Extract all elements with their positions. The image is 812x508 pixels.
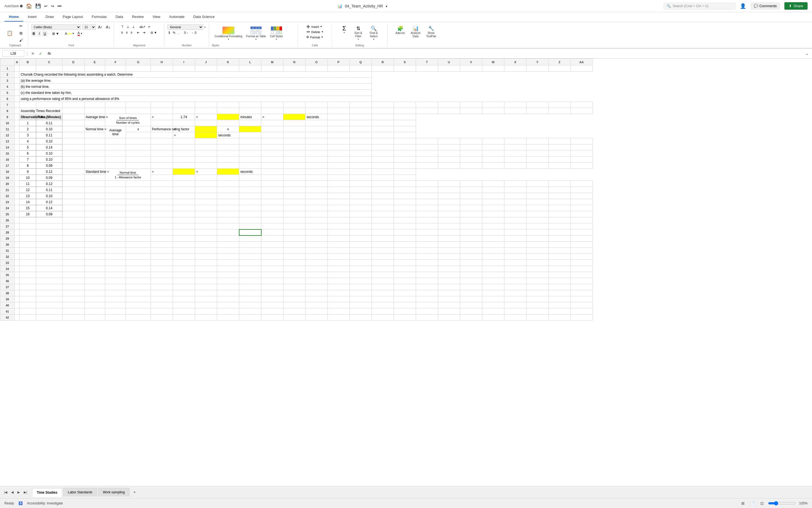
accounting-button[interactable]: $	[167, 31, 171, 35]
average-time-fraction[interactable]: Sum of timesNumber of cycles	[105, 114, 151, 126]
next-sheet-button[interactable]: ▶	[16, 489, 22, 495]
col-header-g[interactable]: G	[126, 59, 151, 66]
selected-cell-l28[interactable]	[239, 229, 261, 236]
formula-cancel-button[interactable]: ✕	[30, 51, 36, 56]
increase-font-button[interactable]: A↑	[97, 24, 104, 30]
col-header-e[interactable]: E	[84, 59, 105, 66]
col-header-i[interactable]: I	[173, 59, 195, 66]
format-arrow[interactable]: ▼	[321, 36, 323, 38]
decrease-decimal-button[interactable]: ←.0	[190, 31, 198, 35]
page-layout-view-button[interactable]: 📄	[749, 501, 756, 506]
share-button[interactable]: ⬆ Share	[784, 2, 808, 10]
more-options-icon[interactable]: •••	[57, 4, 62, 8]
borders-button[interactable]: ⊞ ▼	[51, 31, 60, 36]
number-format-select[interactable]: General	[167, 24, 203, 30]
search-bar[interactable]: 🔍 Search (Cmd + Ctrl + U)	[664, 3, 735, 9]
formula-function-button[interactable]: fx	[46, 51, 53, 55]
addins-button[interactable]: 🧩 Add-ins	[393, 24, 407, 36]
formula-confirm-button[interactable]: ✓	[38, 51, 43, 56]
align-left-button[interactable]: ≡	[120, 30, 124, 35]
col-header-z[interactable]: Z	[549, 59, 571, 66]
cf-dropdown-arrow[interactable]: ▼	[227, 38, 230, 41]
showtoolpak-button[interactable]: 🔧 ShowToolPak	[424, 24, 438, 39]
page-break-view-button[interactable]: ⊡	[759, 501, 765, 506]
dropdown-arrow-icon[interactable]: ▼	[385, 5, 388, 8]
col-header-o[interactable]: O	[306, 59, 328, 66]
delete-arrow[interactable]: ▼	[321, 31, 323, 33]
col-header-d[interactable]: D	[63, 59, 84, 66]
zoom-level[interactable]: 105%	[799, 501, 808, 505]
autosum-button[interactable]: Σ ▼	[338, 24, 350, 35]
number-dropdown-arrow[interactable]: ▼	[204, 26, 206, 29]
cell-reference-box[interactable]	[2, 50, 24, 57]
fat-dropdown-arrow[interactable]: ▼	[255, 38, 257, 41]
sheet-tab-labor-standards[interactable]: Labor Standards	[63, 488, 97, 496]
formula-input[interactable]	[55, 50, 802, 56]
col-header-w[interactable]: W	[482, 59, 504, 66]
tab-home[interactable]: Home	[4, 12, 23, 22]
cs-dropdown-arrow[interactable]: ▼	[275, 38, 278, 41]
normal-view-button[interactable]: ⊞	[740, 501, 746, 506]
find-select-button[interactable]: 🔍 Find &Select ▼	[367, 24, 380, 42]
orientation-button[interactable]: ab↗	[138, 24, 147, 29]
merge-center-button[interactable]: ⊟ ▼	[149, 30, 159, 35]
col-header-f[interactable]: F	[105, 59, 126, 66]
first-sheet-button[interactable]: |◀	[2, 489, 9, 495]
fill-dropdown[interactable]: ▼	[72, 32, 74, 35]
font-color-button[interactable]: A ▼	[77, 31, 84, 36]
comments-button[interactable]: 💬 Comments	[750, 2, 780, 10]
col-header-aa[interactable]: AA	[571, 59, 593, 66]
standard-time-fraction[interactable]: Normal time1 - Allowance factor	[105, 169, 151, 181]
col-header-u[interactable]: U	[438, 59, 460, 66]
cut-button[interactable]: ✂	[16, 23, 26, 29]
redo-icon[interactable]: ↪	[51, 4, 54, 8]
insert-button[interactable]: ➕ Insert ▼	[304, 24, 324, 29]
tab-draw[interactable]: Draw	[41, 12, 58, 22]
last-sheet-button[interactable]: ▶|	[22, 489, 29, 495]
sort-filter-button[interactable]: ⇅ Sort &Filter ▼	[351, 24, 365, 42]
align-bottom-button[interactable]: ⊥	[131, 24, 136, 29]
format-as-table-button[interactable]: Format as Table ▼	[244, 26, 268, 42]
col-header-l[interactable]: L	[239, 59, 261, 66]
col-header-b[interactable]: B	[19, 59, 36, 66]
col-header-c[interactable]: C	[36, 59, 63, 66]
sheet-tab-time-studies[interactable]: Time Studies	[32, 488, 62, 497]
align-center-button[interactable]: ≡	[125, 30, 129, 35]
filename[interactable]: 04_Team_Activity_HR	[345, 4, 383, 8]
tab-automate[interactable]: Automate	[165, 12, 189, 22]
save-icon[interactable]: 💾	[35, 3, 41, 8]
col-header-n[interactable]: N	[283, 59, 306, 66]
sheet-tab-work-sampling[interactable]: Work sampling	[98, 488, 129, 496]
font-color-dropdown[interactable]: ▼	[80, 32, 83, 35]
font-size-select[interactable]: 11	[82, 24, 96, 30]
col-header-y[interactable]: Y	[526, 59, 549, 66]
col-header-k[interactable]: K	[217, 59, 239, 66]
copy-button[interactable]: ⧉	[16, 30, 26, 36]
col-header-t[interactable]: T	[416, 59, 438, 66]
analyze-data-button[interactable]: 📊 AnalyzeData	[409, 24, 422, 39]
delete-button[interactable]: ➖ Delete ▼	[304, 30, 325, 34]
col-header-m[interactable]: M	[261, 59, 283, 66]
comma-button[interactable]: ,	[177, 31, 180, 35]
tab-data-science[interactable]: Data Science	[189, 12, 219, 22]
increase-indent-button[interactable]: ⇥	[141, 30, 147, 35]
align-right-button[interactable]: ≡	[129, 30, 133, 35]
tab-view[interactable]: View	[148, 12, 165, 22]
col-header-a[interactable]: A	[15, 59, 19, 66]
underline-button[interactable]: U	[42, 31, 47, 36]
insert-arrow[interactable]: ▼	[320, 26, 322, 28]
sf-arrow[interactable]: ▼	[357, 38, 359, 41]
tab-review[interactable]: Review	[128, 12, 148, 22]
fill-color-button[interactable]: A ▼	[64, 31, 75, 36]
tab-page-layout[interactable]: Page Layout	[58, 12, 87, 22]
conditional-formatting-button[interactable]: Conditional Formatting ▼	[213, 26, 244, 42]
col-header-q[interactable]: Q	[350, 59, 372, 66]
align-top-button[interactable]: ⊤	[120, 24, 125, 29]
italic-button[interactable]: I	[38, 31, 41, 36]
col-header-p[interactable]: P	[328, 59, 350, 66]
percent-button[interactable]: %	[172, 31, 176, 35]
paste-button[interactable]: 📋	[4, 30, 15, 37]
undo-icon[interactable]: ↩	[44, 4, 47, 8]
decrease-font-button[interactable]: A↓	[105, 24, 111, 30]
tab-formulas[interactable]: Formulas	[87, 12, 111, 22]
